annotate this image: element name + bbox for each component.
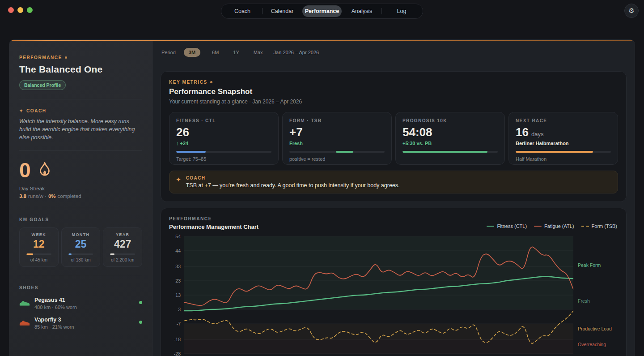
callout-label: COACH: [186, 176, 400, 180]
key-metrics-label: KEY METRICS: [169, 80, 618, 85]
zoom-window-button[interactable]: [27, 7, 33, 13]
minimize-window-button[interactable]: [17, 7, 23, 13]
next-race-value: 16days: [516, 126, 611, 138]
shoe-item-vaporfly[interactable]: Vaporfly 3 85 km · 21% worn: [19, 315, 142, 330]
period-label: Period: [161, 50, 176, 55]
fitness-delta: ↑ +24: [176, 141, 271, 146]
goal-year-value: 427: [107, 239, 138, 250]
divider: [19, 208, 142, 208]
title-bar: Coach Calendar Performance Analysis Log …: [0, 0, 644, 39]
race-name: Berliner Halbmarathon: [516, 141, 611, 146]
y-tick-label: -7: [177, 321, 181, 326]
legend-fatigue[interactable]: Fatigue (ATL): [534, 223, 574, 229]
day-streak: 0: [19, 160, 142, 180]
y-tick-label: 23: [175, 278, 181, 283]
shoe-status-dot: [139, 301, 142, 304]
line-swatch-icon: [487, 226, 494, 227]
metric-card-prognosis: PROGNOSIS 10K 54:08 +5:30 vs. PB: [395, 112, 505, 165]
shoe-item-pegasus[interactable]: Pegasus 41 480 km · 60% worn: [19, 296, 142, 310]
fitness-value: 26: [176, 126, 271, 138]
settings-button[interactable]: ⚙: [624, 4, 639, 18]
callout-message: TSB at +7 — you're fresh and ready. A go…: [186, 182, 400, 189]
sidebar-section-label: PERFORMANCE: [19, 55, 142, 60]
accent-dot-icon: [210, 81, 212, 83]
goal-card-year: YEAR 427 of 2.200 km: [103, 227, 142, 266]
pmc-y-axis: 54443323133-7-18-28: [169, 236, 184, 354]
tab-log[interactable]: Log: [382, 5, 421, 17]
key-metrics-panel: KEY METRICS Performance Snapshot Your cu…: [161, 71, 627, 202]
legend-form[interactable]: Form (TSB): [581, 223, 617, 229]
pmc-panel: PERFORMANCE Performance Management Chart…: [161, 208, 627, 356]
race-progress: [516, 151, 611, 153]
legend-fitness[interactable]: Fitness (CTL): [487, 223, 527, 229]
shoe-detail: 480 km · 60% worn: [34, 305, 135, 310]
accent-dot-icon: [65, 56, 67, 59]
period-option-6m[interactable]: 6M: [209, 48, 221, 57]
panels: KEY METRICS Performance Snapshot Your cu…: [153, 65, 635, 356]
shoe-name: Pegasus 41: [34, 297, 65, 303]
sidebar: PERFORMANCE The Balanced One Balanced Pr…: [9, 40, 153, 356]
coach-callout: ✦ COACH TSB at +7 — you're fresh and rea…: [169, 171, 618, 193]
zone-label: Peak Form: [578, 262, 601, 268]
tab-coach[interactable]: Coach: [223, 5, 262, 17]
pmc-plot[interactable]: [184, 236, 573, 354]
tab-calendar[interactable]: Calendar: [263, 5, 302, 17]
snapshot-subtitle: Your current standing at a glance · Jan …: [169, 99, 618, 105]
main-nav-tabs: Coach Calendar Performance Analysis Log: [221, 4, 423, 19]
pmc-chart: 54443323133-7-18-28 Peak FormFreshProduc…: [169, 236, 618, 354]
goal-week-value: 12: [23, 239, 55, 250]
form-status: Fresh: [289, 141, 385, 146]
metric-card-form: FORM · TSB +7 Fresh positive = rested: [282, 112, 392, 165]
y-tick-label: 13: [175, 292, 181, 298]
divider: [19, 99, 142, 99]
runs-per-week-value: 3.8: [19, 193, 26, 199]
main-card: PERFORMANCE The Balanced One Balanced Pr…: [9, 39, 635, 356]
dashed-line-swatch-icon: [581, 226, 589, 227]
zone-label: Productive Load: [578, 326, 612, 331]
prognosis-delta: +5:30 vs. PB: [402, 141, 498, 146]
y-tick-label: 44: [175, 248, 181, 253]
content-area: Period 3M 6M 1Y Max Jan 2026 – Apr 2026 …: [153, 40, 635, 356]
goal-month-value: 25: [65, 239, 97, 250]
pmc-legend: Fitness (CTL) Fatigue (ATL) Form (TSB): [487, 223, 617, 229]
zone-label: Overreaching: [578, 342, 606, 347]
km-goals-label: KM GOALS: [19, 217, 142, 222]
y-tick-label: -18: [174, 337, 181, 342]
completed-pct-value: 0%: [48, 193, 56, 199]
coach-quote: Watch the intensity balance. More easy r…: [19, 117, 142, 142]
shoe-detail: 85 km · 21% worn: [34, 324, 135, 330]
zone-label: Fresh: [578, 298, 590, 304]
km-goal-cards: WEEK 12 of 45 km MONTH 25 of 180 km: [19, 227, 142, 266]
tab-performance[interactable]: Performance: [302, 5, 342, 17]
period-option-max[interactable]: Max: [251, 48, 266, 57]
gear-icon: ⚙: [628, 7, 634, 15]
period-option-1y[interactable]: 1Y: [230, 48, 242, 57]
shoe-status-dot: [139, 321, 142, 324]
tab-analysis[interactable]: Analysis: [342, 5, 381, 17]
period-segment: 3M 6M 1Y Max: [184, 48, 266, 57]
y-tick-label: 3: [178, 307, 181, 312]
sparkle-icon: ✦: [176, 176, 181, 189]
streak-value: 0: [19, 160, 31, 180]
fitness-progress: [176, 151, 271, 153]
flame-icon: [36, 161, 53, 180]
shoe-icon: [19, 319, 30, 326]
y-tick-label: 33: [175, 264, 181, 269]
traffic-lights: [8, 7, 33, 13]
metric-card-next-race: NEXT RACE 16days Berliner Halbmarathon H…: [508, 112, 618, 165]
form-value: +7: [289, 126, 385, 138]
line-swatch-icon: [534, 226, 542, 227]
y-tick-label: -28: [174, 351, 181, 356]
profile-badge: Balanced Profile: [19, 80, 66, 90]
sparkle-icon: ✦: [19, 108, 24, 113]
pmc-plot-svg: [184, 236, 573, 354]
divider: [19, 276, 142, 276]
prognosis-value: 54:08: [402, 126, 498, 138]
divider: [19, 150, 142, 151]
shoe-icon: [19, 299, 30, 306]
shoe-name: Vaporfly 3: [34, 317, 61, 323]
period-option-3m[interactable]: 3M: [184, 48, 200, 57]
goal-week-progress: [26, 253, 51, 255]
app-window: Coach Calendar Performance Analysis Log …: [0, 0, 644, 356]
close-window-button[interactable]: [8, 7, 14, 13]
